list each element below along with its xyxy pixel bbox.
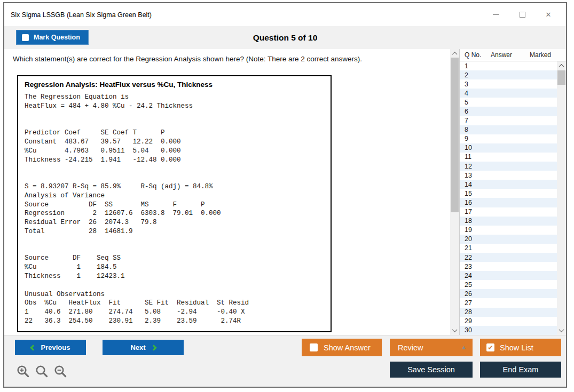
question-list-row[interactable]: 14 — [460, 180, 557, 189]
next-button[interactable]: Next — [103, 340, 184, 355]
question-list-row[interactable]: 29 — [460, 317, 557, 326]
show-answer-checkbox[interactable] — [310, 343, 318, 351]
list-scroll-down-button[interactable] — [557, 326, 566, 335]
question-list-row[interactable]: 5 — [460, 98, 557, 107]
close-icon: ✕ — [546, 11, 552, 18]
question-list-row[interactable]: 27 — [460, 298, 557, 307]
question-number: 27 — [460, 299, 491, 307]
question-list-row[interactable]: 19 — [460, 226, 557, 235]
review-label: Review — [398, 343, 423, 352]
scroll-down-button[interactable] — [450, 326, 459, 335]
question-number: 18 — [460, 217, 491, 225]
next-label: Next — [130, 343, 145, 351]
question-list-row[interactable]: 17 — [460, 207, 557, 217]
save-session-label: Save Session — [407, 365, 455, 374]
question-list-row[interactable]: 3 — [460, 79, 557, 89]
maximize-button[interactable] — [518, 11, 526, 19]
question-number: 13 — [460, 172, 491, 179]
question-list-row[interactable]: 23 — [460, 262, 557, 271]
close-button[interactable]: ✕ — [545, 11, 552, 19]
question-number: 17 — [460, 208, 491, 215]
window-controls: ✕ — [492, 11, 566, 19]
show-list-label: Show List — [500, 343, 533, 352]
list-scroll-up-button[interactable] — [557, 61, 566, 70]
question-text: Which statement(s) are correct for the R… — [13, 55, 362, 63]
question-list-row[interactable]: 15 — [460, 189, 557, 198]
question-number: 19 — [460, 226, 491, 234]
question-number: 16 — [460, 199, 491, 206]
question-list-row[interactable]: 7 — [460, 116, 557, 125]
question-number: 3 — [460, 81, 491, 88]
zoom-out-icon[interactable] — [53, 364, 68, 379]
show-answer-label: Show Answer — [324, 343, 371, 352]
question-number: 5 — [460, 99, 491, 106]
question-list-row[interactable]: 20 — [460, 235, 557, 244]
show-list-checkbox[interactable]: ✔ — [486, 343, 494, 351]
question-list-header: Q No. Answer Marked — [460, 49, 566, 61]
previous-button[interactable]: Previous — [15, 340, 86, 355]
save-session-button[interactable]: Save Session — [390, 362, 473, 378]
question-list-rows: 1234567891011121314151617181920212223242… — [460, 61, 557, 335]
question-number: 25 — [460, 281, 491, 289]
regression-lines: The Regression Equation is HeatFlux = 48… — [25, 93, 324, 326]
show-list-button[interactable]: ✔ Show List — [480, 339, 561, 356]
scroll-up-button[interactable] — [450, 49, 459, 58]
main-scrollbar-thumb[interactable] — [451, 58, 459, 212]
question-list-row[interactable]: 25 — [460, 280, 557, 289]
question-list-row[interactable]: 13 — [460, 171, 557, 180]
zoom-reset-icon[interactable] — [35, 364, 49, 379]
zoom-in-icon[interactable] — [16, 364, 30, 379]
question-list-row[interactable]: 8 — [460, 125, 557, 134]
question-list-row[interactable]: 26 — [460, 289, 557, 298]
question-number: 2 — [460, 71, 491, 79]
footer-strip: Previous Next Show Answer Review ▲ ✔ Sho… — [4, 335, 566, 387]
minimize-button[interactable] — [492, 11, 500, 19]
question-number: 6 — [460, 108, 491, 115]
question-counter: Question 5 of 10 — [253, 33, 318, 43]
question-number: 8 — [460, 126, 491, 133]
list-scrollbar-thumb[interactable] — [557, 70, 565, 85]
question-number: 29 — [460, 317, 491, 325]
question-list-row[interactable]: 21 — [460, 244, 557, 253]
question-number: 24 — [460, 272, 491, 279]
question-list-row[interactable]: 6 — [460, 107, 557, 116]
question-number: 30 — [460, 326, 491, 334]
triangle-up-icon: ▲ — [462, 345, 466, 350]
question-number: 28 — [460, 308, 491, 316]
question-list-row[interactable]: 11 — [460, 153, 557, 162]
list-scrollbar[interactable] — [557, 61, 566, 335]
question-number: 4 — [460, 90, 491, 97]
show-answer-button[interactable]: Show Answer — [302, 339, 382, 356]
question-number: 20 — [460, 235, 491, 243]
end-exam-button[interactable]: End Exam — [480, 362, 561, 378]
window-title: Six Sigma LSSGB (Lean Six Sigma Green Be… — [4, 11, 152, 19]
question-number: 14 — [460, 181, 491, 188]
question-list-row[interactable]: 18 — [460, 217, 557, 226]
question-list-row[interactable]: 24 — [460, 271, 557, 280]
question-number: 15 — [460, 190, 491, 197]
question-list-row[interactable]: 12 — [460, 162, 557, 171]
chevron-down-icon — [452, 327, 458, 332]
question-list-row[interactable]: 10 — [460, 143, 557, 153]
question-number: 12 — [460, 163, 491, 170]
mark-question-checkbox[interactable] — [22, 34, 29, 41]
mark-question-button[interactable]: Mark Question — [16, 30, 89, 45]
question-list-row[interactable]: 22 — [460, 253, 557, 262]
chevron-right-icon — [151, 345, 156, 350]
question-list-row[interactable]: 30 — [460, 326, 557, 335]
question-list-row[interactable]: 28 — [460, 308, 557, 317]
regression-output-box: Regression Analysis: HeatFlux versus %Cu… — [17, 75, 332, 332]
app-window: Six Sigma LSSGB (Lean Six Sigma Green Be… — [3, 2, 567, 388]
question-list-row[interactable]: 9 — [460, 134, 557, 143]
chevron-up-icon — [559, 64, 564, 69]
question-list-row[interactable]: 16 — [460, 198, 557, 207]
question-list-row[interactable]: 2 — [460, 70, 557, 79]
column-header-marked: Marked — [530, 51, 566, 59]
review-button[interactable]: Review ▲ — [390, 339, 473, 356]
question-pane: Which statement(s) are correct for the R… — [4, 49, 450, 335]
question-list-row[interactable]: 1 — [460, 61, 557, 70]
main-scrollbar[interactable] — [450, 49, 459, 335]
question-list-row[interactable]: 4 — [460, 89, 557, 98]
content-area: Which statement(s) are correct for the R… — [4, 49, 566, 335]
chevron-down-icon — [559, 327, 564, 332]
